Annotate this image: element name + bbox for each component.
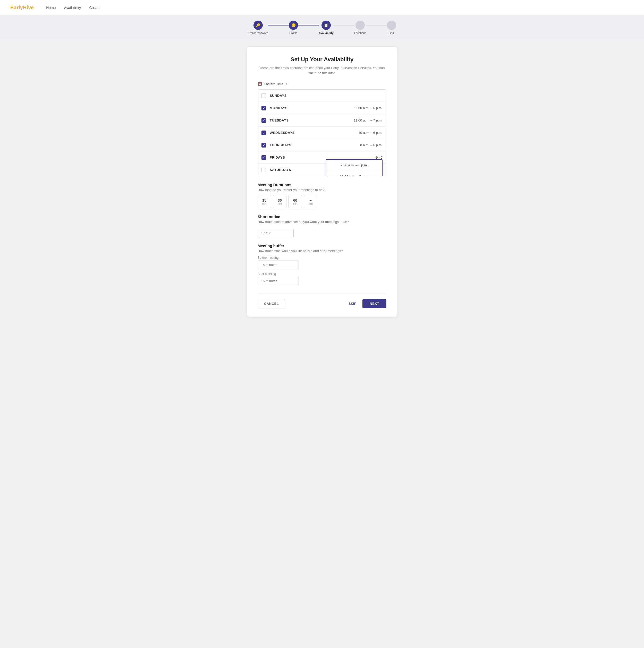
- availability-card: Set Up Your Availability These are the t…: [247, 47, 397, 317]
- step-circle-1: 🔑: [253, 20, 263, 30]
- thursday-label: THURSDAYS: [270, 143, 360, 147]
- thursday-checkbox[interactable]: [261, 143, 266, 148]
- stepper-wrapper: 🔑 Email/Password 😊 Profile 📋 Availabilit…: [0, 15, 644, 39]
- timezone-label: Eastern Time: [264, 82, 284, 86]
- logo-highlight: Hive: [23, 5, 34, 10]
- timezone-selector[interactable]: ⏰ Eastern Time ▼: [258, 82, 386, 86]
- step-label-4: Locations: [354, 32, 366, 35]
- sunday-checkbox[interactable]: [261, 94, 266, 98]
- step-circle-3: 📋: [321, 20, 331, 30]
- friday-checkbox[interactable]: [261, 155, 266, 160]
- meeting-buffer-section: Meeting buffer How much time would you l…: [258, 244, 386, 285]
- step-label-1: Email/Password: [248, 32, 268, 35]
- duration-15[interactable]: 15 min: [258, 195, 271, 208]
- step-label-3: Availability: [319, 32, 334, 35]
- step-line-3: [334, 25, 354, 25]
- step-label-2: Profile: [289, 32, 297, 35]
- nav-home[interactable]: Home: [46, 6, 56, 10]
- short-notice-input[interactable]: [258, 229, 294, 237]
- meeting-buffer-desc: How much time would you life before and …: [258, 249, 386, 253]
- step-email-password: 🔑 Email/Password: [248, 20, 268, 35]
- hours-option-1[interactable]: 11:00 a.m. – 7 p.m.: [327, 171, 382, 176]
- monday-hours[interactable]: 9:00 a.m. – 6 p.m.: [355, 106, 383, 110]
- thursday-hours[interactable]: 8 a.m. – 6 p.m.: [360, 143, 383, 147]
- step-profile: 😊 Profile: [289, 20, 298, 35]
- after-meeting-input[interactable]: [258, 277, 299, 285]
- duration-15-value: 15: [262, 198, 266, 202]
- step-circle-5: [387, 20, 396, 30]
- hours-dropdown: 9:00 a.m. – 6 p.m. 11:00 a.m. – 7 p.m. 1…: [326, 159, 383, 176]
- duration-15-unit: min: [262, 202, 266, 205]
- duration-dash[interactable]: – min: [304, 195, 317, 208]
- monday-checkbox[interactable]: [261, 106, 266, 110]
- wednesday-label: WEDNESDAYS: [270, 131, 358, 134]
- logo[interactable]: EarlyHive: [10, 5, 34, 10]
- step-circle-4: [355, 20, 365, 30]
- day-row-sunday: SUNDAYS: [258, 90, 386, 102]
- page-subtitle: These are the times coordinators can boo…: [258, 65, 386, 75]
- sunday-label: SUNDAYS: [270, 94, 383, 98]
- step-line-4: [366, 25, 387, 25]
- duration-30[interactable]: 30 min: [273, 195, 287, 208]
- step-availability: 📋 Availability: [319, 20, 334, 35]
- nav-availability[interactable]: Availability: [64, 6, 81, 10]
- logo-text: Early: [10, 5, 23, 10]
- step-line-2: [298, 25, 319, 25]
- tuesday-checkbox[interactable]: [261, 118, 266, 123]
- short-notice-section: Short notice How much time in advance do…: [258, 214, 386, 237]
- step-final: Final: [387, 20, 396, 35]
- meeting-durations-desc: How long do you prefer your meetings to …: [258, 188, 386, 192]
- tuesday-hours[interactable]: 11:00 a.m. – 7 p.m.: [354, 118, 383, 122]
- meeting-durations-section: Meeting Durations How long do you prefer…: [258, 182, 386, 208]
- day-row-thursday: THURSDAYS 8 a.m. – 6 p.m.: [258, 139, 386, 151]
- friday-hours-input[interactable]: [326, 156, 383, 159]
- meeting-buffer-title: Meeting buffer: [258, 244, 386, 248]
- page-title: Set Up Your Availability: [258, 56, 386, 63]
- friday-label: FRIDAYS: [270, 156, 326, 159]
- page-content: Set Up Your Availability These are the t…: [0, 39, 644, 332]
- step-circle-2: 😊: [289, 20, 298, 30]
- step-locations: Locations: [354, 20, 366, 35]
- duration-60-unit: min: [293, 202, 297, 205]
- day-row-monday: MONDAYS 9:00 a.m. – 6 p.m.: [258, 102, 386, 114]
- short-notice-desc: How much time in advance do you want you…: [258, 220, 386, 224]
- cancel-button[interactable]: CANCEL: [258, 299, 285, 309]
- after-meeting-label: After meeting: [258, 272, 386, 276]
- meeting-durations-title: Meeting Durations: [258, 182, 386, 187]
- duration-buttons: 15 min 30 min 60 min – min: [258, 195, 386, 208]
- day-row-tuesday: TUESDAYS 11:00 a.m. – 7 p.m.: [258, 114, 386, 127]
- nav-cases[interactable]: Cases: [89, 6, 99, 10]
- duration-dash-unit: min: [309, 202, 313, 205]
- clock-icon: ⏰: [258, 82, 262, 86]
- duration-60-value: 60: [293, 198, 297, 202]
- wednesday-checkbox[interactable]: [261, 130, 266, 135]
- before-meeting-input[interactable]: [258, 261, 299, 269]
- saturday-checkbox[interactable]: [261, 168, 266, 172]
- wednesday-hours[interactable]: 10 a.m. – 6 p.m.: [358, 131, 383, 134]
- step-line-1: [268, 25, 289, 25]
- duration-30-unit: min: [278, 202, 282, 205]
- footer-right: SKIP NEXT: [344, 299, 386, 308]
- monday-label: MONDAYS: [270, 106, 355, 110]
- duration-30-value: 30: [278, 198, 282, 202]
- tuesday-label: TUESDAYS: [270, 118, 354, 122]
- short-notice-title: Short notice: [258, 214, 386, 219]
- chevron-down-icon: ▼: [285, 83, 288, 86]
- days-table: SUNDAYS MONDAYS 9:00 a.m. – 6 p.m. TUESD…: [258, 89, 386, 176]
- day-row-wednesday: WEDNESDAYS 10 a.m. – 6 p.m.: [258, 127, 386, 139]
- duration-60[interactable]: 60 min: [289, 195, 302, 208]
- hours-option-0[interactable]: 9:00 a.m. – 6 p.m.: [327, 160, 382, 171]
- before-meeting-label: Before meeting: [258, 256, 386, 260]
- next-button[interactable]: NEXT: [362, 299, 386, 308]
- card-footer: CANCEL SKIP NEXT: [258, 293, 386, 309]
- duration-dash-value: –: [310, 198, 312, 202]
- stepper: 🔑 Email/Password 😊 Profile 📋 Availabilit…: [248, 20, 396, 35]
- step-label-5: Final: [389, 32, 395, 35]
- navbar: EarlyHive Home Availability Cases: [0, 0, 644, 15]
- skip-button[interactable]: SKIP: [344, 299, 360, 308]
